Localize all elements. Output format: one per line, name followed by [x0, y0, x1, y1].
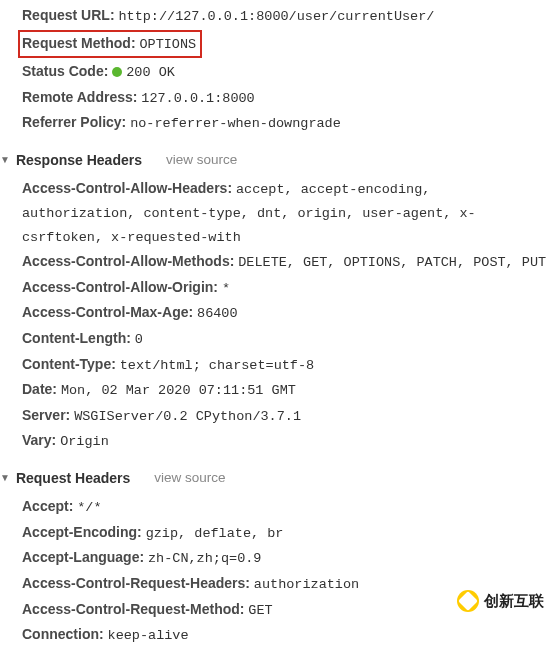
date-key: Date: [22, 381, 57, 397]
view-source-link[interactable]: view source [166, 149, 237, 171]
resp-ac-max-age: Access-Control-Max-Age: 86400 [2, 301, 550, 325]
watermark-logo-icon [457, 590, 479, 612]
watermark: 创新互联 [457, 589, 544, 613]
ac-allow-methods-val: DELETE, GET, OPTIONS, PATCH, POST, PUT [238, 255, 546, 270]
ac-allow-headers-key: Access-Control-Allow-Headers: [22, 180, 232, 196]
request-url-key: Request URL: [22, 7, 115, 23]
general-request-url: Request URL: http://127.0.0.1:8000/user/… [2, 4, 550, 28]
request-headers-section[interactable]: ▼ Request Headers view source [2, 455, 550, 495]
content-type-val: text/html; charset=utf-8 [120, 358, 314, 373]
ac-allow-origin-val: * [222, 281, 230, 296]
referrer-policy-val: no-referrer-when-downgrade [130, 116, 341, 131]
referrer-policy-key: Referrer Policy: [22, 114, 126, 130]
resp-ac-allow-headers: Access-Control-Allow-Headers: accept, ac… [2, 177, 550, 248]
ac-allow-methods-key: Access-Control-Allow-Methods: [22, 253, 234, 269]
req-connection: Connection: keep-alive [2, 623, 550, 647]
response-headers-title: Response Headers [16, 149, 142, 171]
status-code-key: Status Code: [22, 63, 108, 79]
watermark-text: 创新互联 [484, 589, 544, 613]
resp-vary: Vary: Origin [2, 429, 550, 453]
resp-content-length: Content-Length: 0 [2, 327, 550, 351]
status-dot-icon [112, 67, 122, 77]
resp-content-type: Content-Type: text/html; charset=utf-8 [2, 353, 550, 377]
connection-key: Connection: [22, 626, 104, 642]
request-method-val: OPTIONS [139, 37, 196, 52]
status-code-val: 200 OK [126, 65, 175, 80]
vary-val: Origin [60, 434, 109, 449]
ac-max-age-val: 86400 [197, 306, 238, 321]
general-status-code: Status Code: 200 OK [2, 60, 550, 84]
req-accept: Accept: */* [2, 495, 550, 519]
general-request-method-row: Request Method: OPTIONS [2, 30, 550, 59]
connection-val: keep-alive [108, 628, 189, 643]
remote-address-key: Remote Address: [22, 89, 137, 105]
ac-req-headers-val: authorization [254, 577, 359, 592]
server-key: Server: [22, 407, 70, 423]
content-length-val: 0 [135, 332, 143, 347]
server-val: WSGIServer/0.2 CPython/3.7.1 [74, 409, 301, 424]
remote-address-val: 127.0.0.1:8000 [141, 91, 254, 106]
vary-key: Vary: [22, 432, 56, 448]
ac-req-method-val: GET [248, 603, 272, 618]
general-referrer-policy: Referrer Policy: no-referrer-when-downgr… [2, 111, 550, 135]
ac-req-headers-key: Access-Control-Request-Headers: [22, 575, 250, 591]
content-length-key: Content-Length: [22, 330, 131, 346]
resp-date: Date: Mon, 02 Mar 2020 07:11:51 GMT [2, 378, 550, 402]
request-url-val: http://127.0.0.1:8000/user/currentUser/ [118, 9, 434, 24]
resp-ac-allow-methods: Access-Control-Allow-Methods: DELETE, GE… [2, 250, 550, 274]
accept-encoding-key: Accept-Encoding: [22, 524, 142, 540]
request-method-highlight: Request Method: OPTIONS [18, 30, 202, 59]
req-accept-encoding: Accept-Encoding: gzip, deflate, br [2, 521, 550, 545]
chevron-down-icon: ▼ [0, 470, 10, 486]
request-headers-title: Request Headers [16, 467, 130, 489]
view-source-link[interactable]: view source [154, 467, 225, 489]
req-accept-language: Accept-Language: zh-CN,zh;q=0.9 [2, 546, 550, 570]
accept-key: Accept: [22, 498, 73, 514]
accept-language-val: zh-CN,zh;q=0.9 [148, 551, 261, 566]
content-type-key: Content-Type: [22, 356, 116, 372]
response-headers-section[interactable]: ▼ Response Headers view source [2, 137, 550, 177]
ac-max-age-key: Access-Control-Max-Age: [22, 304, 193, 320]
accept-encoding-val: gzip, deflate, br [146, 526, 284, 541]
general-remote-address: Remote Address: 127.0.0.1:8000 [2, 86, 550, 110]
date-val: Mon, 02 Mar 2020 07:11:51 GMT [61, 383, 296, 398]
resp-server: Server: WSGIServer/0.2 CPython/3.7.1 [2, 404, 550, 428]
request-method-key: Request Method: [22, 35, 136, 51]
accept-val: */* [77, 500, 101, 515]
ac-allow-origin-key: Access-Control-Allow-Origin: [22, 279, 218, 295]
ac-req-method-key: Access-Control-Request-Method: [22, 601, 244, 617]
accept-language-key: Accept-Language: [22, 549, 144, 565]
chevron-down-icon: ▼ [0, 152, 10, 168]
resp-ac-allow-origin: Access-Control-Allow-Origin: * [2, 276, 550, 300]
